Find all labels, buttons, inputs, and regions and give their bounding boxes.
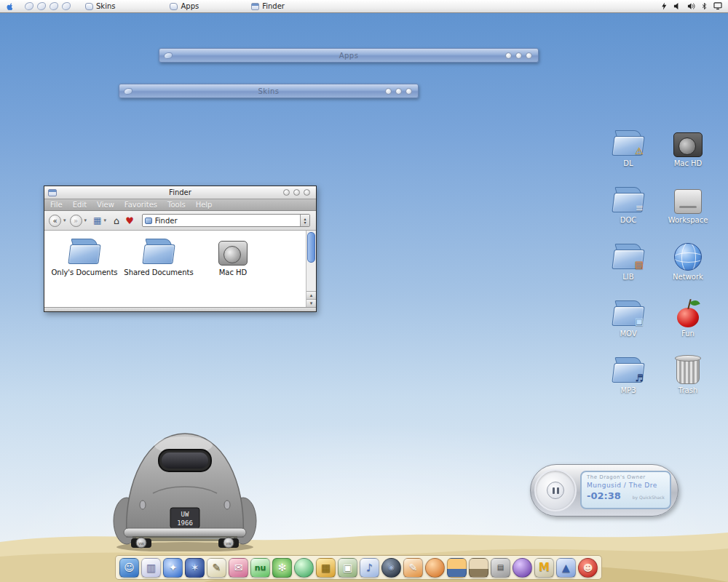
- pause-button[interactable]: [547, 482, 564, 499]
- desktop-icon-network[interactable]: Network: [672, 239, 704, 295]
- desktop-icon-mp3[interactable]: ♬ MP3: [612, 352, 644, 409]
- back-dropdown-icon[interactable]: ▾: [63, 218, 66, 223]
- minimize-button[interactable]: [283, 189, 290, 196]
- address-value: Finder: [155, 217, 300, 225]
- minimize-button[interactable]: [505, 52, 512, 59]
- menu-tools[interactable]: Tools: [167, 201, 186, 209]
- menubar-item-apps[interactable]: Apps: [170, 2, 199, 10]
- dock-item-stickies[interactable]: ▦: [316, 558, 336, 578]
- status-tray: [661, 2, 722, 10]
- minimize-button[interactable]: [385, 88, 392, 95]
- glove-icon[interactable]: [25, 2, 33, 10]
- close-button[interactable]: [405, 88, 412, 95]
- scroll-up-button[interactable]: ▴: [306, 291, 316, 299]
- finder-toolbar: « ▾ » ▾ ▦ ▾ ⌂ ♥ Finder ▴ ▾: [44, 211, 316, 231]
- glove-icon[interactable]: [37, 2, 46, 10]
- menubar-item-skins[interactable]: Skins: [85, 2, 115, 10]
- desktop-icon-mov[interactable]: ▣ MOV: [612, 295, 644, 352]
- dock-item-finder[interactable]: ☺: [119, 558, 139, 578]
- shaded-window-skins[interactable]: Skins: [119, 84, 419, 98]
- file-item-mac-hd[interactable]: Mac HD: [197, 236, 269, 276]
- dock-item-glyph: ✶: [191, 562, 199, 573]
- forward-dropdown-icon[interactable]: ▾: [84, 218, 87, 223]
- window-title: Finder: [44, 188, 316, 196]
- menu-favorites[interactable]: Favorites: [124, 201, 157, 209]
- folder-icon: [68, 236, 100, 266]
- menu-file[interactable]: File: [50, 201, 63, 209]
- shade-button[interactable]: [395, 88, 402, 95]
- license-plate-line2: 1966: [177, 519, 193, 527]
- forward-button[interactable]: »: [70, 215, 82, 227]
- menu-view[interactable]: View: [97, 201, 114, 209]
- menubar-item-finder[interactable]: Finder: [251, 2, 285, 10]
- folder-icon: ▤: [612, 242, 644, 271]
- sound-waves-icon[interactable]: [687, 2, 695, 10]
- dock-item-wizard[interactable]: ▲: [556, 558, 576, 578]
- bluetooth-icon[interactable]: [701, 2, 708, 10]
- dock-item-dark-orb[interactable]: ◉: [381, 558, 401, 578]
- file-item-shared-documents[interactable]: Shared Documents: [123, 236, 194, 276]
- dock-item-glyph: ▤: [497, 564, 504, 571]
- menu-edit[interactable]: Edit: [73, 201, 87, 209]
- folder-icon: [143, 236, 175, 266]
- dock-item-preview[interactable]: ▣: [338, 558, 357, 578]
- dock-item-safari[interactable]: ✦: [163, 558, 183, 578]
- dock-item-purple-orb[interactable]: [513, 558, 532, 578]
- dock-item-flower[interactable]: ✻: [272, 558, 292, 578]
- desktop-icon-trash[interactable]: Trash: [672, 352, 704, 409]
- power-icon[interactable]: [661, 2, 668, 10]
- scrollbar[interactable]: ▴ ▾: [306, 231, 316, 307]
- dock-item-itunes[interactable]: ♪: [360, 558, 379, 578]
- dock-item-shredder[interactable]: ▤: [491, 558, 510, 578]
- dock-item-ink[interactable]: ✎: [403, 558, 423, 578]
- file-item-onlys-documents[interactable]: Only's Documents: [49, 236, 120, 276]
- glove-icon[interactable]: [62, 2, 71, 10]
- desktop-icon-doc[interactable]: ≡ DOC: [612, 182, 644, 239]
- desktop-icon-workspace[interactable]: Workspace: [668, 182, 708, 239]
- dock-item-mail[interactable]: ✉: [229, 558, 248, 578]
- dock-item-green-orb[interactable]: [294, 558, 314, 578]
- close-button[interactable]: [304, 189, 310, 196]
- scrollbar-thumb[interactable]: [307, 232, 315, 263]
- views-dropdown-icon[interactable]: ▾: [103, 218, 106, 223]
- dock-item-orange-orb[interactable]: [425, 558, 445, 578]
- dock-item-nu[interactable]: nu: [250, 558, 270, 578]
- shaded-window-apps[interactable]: Apps: [159, 48, 539, 63]
- dock-item-mtv[interactable]: M: [534, 558, 554, 578]
- player-control-pad[interactable]: [534, 469, 577, 511]
- address-combobox[interactable]: Finder ▴ ▾: [142, 214, 310, 227]
- home-button[interactable]: ⌂: [114, 215, 119, 226]
- scroll-down-button[interactable]: ▾: [306, 299, 316, 307]
- desktop-icon-mac-hd[interactable]: Mac HD: [672, 125, 704, 182]
- menubar-item-label: Finder: [262, 2, 285, 10]
- address-stepper[interactable]: ▴ ▾: [300, 215, 309, 226]
- desktop-icon-dl[interactable]: ⚠ DL: [612, 125, 644, 182]
- pause-icon: [557, 487, 559, 494]
- volume-icon[interactable]: [673, 2, 681, 10]
- shade-button[interactable]: [293, 189, 300, 196]
- icon-label: MP3: [620, 386, 636, 394]
- finder-statusbar: [44, 307, 316, 311]
- menu-help[interactable]: Help: [196, 201, 213, 209]
- favorites-heart-icon[interactable]: ♥: [125, 215, 134, 226]
- finder-titlebar[interactable]: Finder: [44, 186, 316, 199]
- glove-icon[interactable]: [50, 2, 58, 10]
- dock-item-contacts[interactable]: ▥: [141, 558, 161, 578]
- dock-item-daruma[interactable]: ☻: [578, 558, 598, 578]
- folder-icon: ≡: [612, 185, 644, 214]
- display-icon[interactable]: [713, 2, 722, 10]
- dock-item-van[interactable]: [469, 558, 488, 578]
- menubar-item-label: Apps: [181, 2, 199, 10]
- shade-button[interactable]: [515, 52, 522, 59]
- finder-icon: [251, 3, 259, 10]
- desktop-icon-fun[interactable]: Fun: [673, 295, 703, 352]
- dock-item-textedit[interactable]: ✎: [207, 558, 226, 578]
- dock-item-truck[interactable]: [447, 558, 467, 578]
- dock-item-sherlock[interactable]: ✶: [185, 558, 205, 578]
- views-button[interactable]: ▦: [93, 215, 101, 226]
- back-button[interactable]: «: [49, 215, 61, 227]
- apple-menu-icon[interactable]: [6, 2, 15, 11]
- close-button[interactable]: [526, 52, 532, 59]
- desktop-icon-lib[interactable]: ▤ LIB: [612, 239, 644, 295]
- dock-item-glyph: ◉: [388, 564, 395, 571]
